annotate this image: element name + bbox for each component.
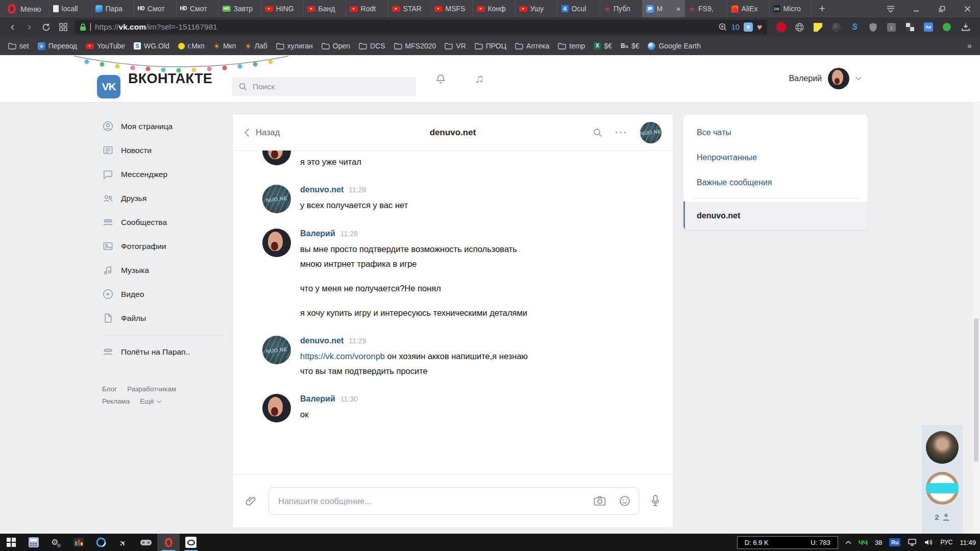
bookmark[interactable]: хулиган: [276, 42, 313, 50]
tab[interactable]: Ушу: [515, 0, 557, 17]
tab[interactable]: Конф: [473, 0, 515, 17]
bookmark[interactable]: г.Мкп: [178, 42, 205, 50]
bookmarks-overflow-button[interactable]: »: [967, 41, 972, 51]
taskbar-settings-gears-button[interactable]: ⚙⚙: [45, 534, 67, 551]
bookmark[interactable]: Аптека: [515, 42, 549, 50]
chat-more-icon[interactable]: ···: [615, 127, 628, 138]
sidebar-item-8[interactable]: Видео: [102, 282, 222, 306]
bookmark[interactable]: ☀Лаб: [244, 42, 267, 50]
network-icon[interactable]: [908, 538, 917, 546]
taskbar-start-button[interactable]: [0, 534, 22, 551]
minimize-button[interactable]: [903, 0, 929, 17]
bookmark[interactable]: Google Earth: [648, 42, 701, 50]
bookmark[interactable]: ☀Мкп: [213, 42, 236, 50]
chat-filter-link[interactable]: Непрочитанные: [683, 145, 868, 170]
overlay-avatar-2[interactable]: [926, 472, 959, 505]
message-link[interactable]: https://vk.com/voronpb: [300, 352, 385, 361]
maximize-button[interactable]: [929, 0, 954, 17]
tab[interactable]: MSFS: [430, 0, 473, 17]
zoom-page-icon[interactable]: [718, 22, 727, 32]
extension-adblock-plus[interactable]: [775, 21, 787, 33]
message-avatar[interactable]: [262, 229, 291, 257]
message-author[interactable]: denuvo.net: [300, 336, 344, 345]
tab[interactable]: HDЗавтр: [218, 0, 261, 17]
account-menu[interactable]: Валерий: [789, 55, 862, 102]
sidebar-item-2[interactable]: Новости: [102, 138, 222, 162]
downloads-button[interactable]: [955, 22, 976, 32]
extension-dark-disc[interactable]: [830, 21, 842, 33]
sidebar-item-7[interactable]: Музыка: [102, 258, 222, 282]
bookmark[interactable]: MFS2020: [394, 42, 436, 50]
footer-link[interactable]: Ещё: [140, 395, 162, 408]
extension-checkerboard[interactable]: [904, 21, 916, 33]
message-avatar[interactable]: NUO.NE: [262, 185, 291, 213]
sidebar-item-3[interactable]: Мессенджер: [102, 162, 222, 186]
bookmark[interactable]: set: [8, 42, 29, 50]
bookmark[interactable]: SWG.Old: [134, 42, 169, 50]
sidebar-item-9[interactable]: Файлы: [102, 306, 222, 330]
taskbar-camera-app-button[interactable]: [180, 534, 202, 551]
tab[interactable]: Банд: [303, 0, 346, 17]
sidebar-item-10[interactable]: Полёты на Парап..: [102, 340, 222, 364]
tab[interactable]: Rodt: [346, 0, 388, 17]
reload-button[interactable]: [38, 19, 55, 35]
extension-globe[interactable]: [794, 21, 805, 33]
bookmark[interactable]: Open: [322, 42, 350, 50]
footer-link[interactable]: Реклама: [102, 395, 130, 408]
camera-icon[interactable]: [594, 496, 606, 506]
bookmark[interactable]: BG$€: [621, 42, 639, 50]
message-avatar[interactable]: [262, 394, 291, 422]
chat-list-item-active[interactable]: denuvo.net: [683, 202, 868, 230]
bookmark[interactable]: DCS: [359, 42, 385, 50]
bookmark[interactable]: temp: [558, 42, 585, 50]
message-author[interactable]: Валерий: [300, 229, 335, 238]
footer-link[interactable]: Блог: [102, 383, 117, 395]
chat-filter-link[interactable]: Все чаты: [683, 120, 868, 145]
footer-link[interactable]: Разработчикам: [127, 383, 176, 395]
extension-shield[interactable]: [867, 21, 879, 33]
chat-filter-link[interactable]: Важные сообщения: [683, 170, 868, 195]
back-to-chats-button[interactable]: Назад: [244, 128, 280, 137]
tab[interactable]: STAR: [388, 0, 430, 17]
overlay-avatar-1[interactable]: [926, 431, 959, 464]
tab[interactable]: HDСмот: [134, 0, 176, 17]
extension-green-dot[interactable]: [941, 21, 952, 33]
tab[interactable]: M×: [642, 0, 684, 17]
tab[interactable]: AliEx: [727, 0, 769, 17]
taskbar-jet-button[interactable]: ✈: [112, 534, 135, 551]
smiley-icon[interactable]: [619, 495, 630, 507]
bookmark[interactable]: ПРОЦ: [475, 42, 506, 50]
taskbar-gamepad-button[interactable]: [135, 534, 157, 551]
tray-app-label[interactable]: ЧЧ: [859, 539, 868, 546]
extension-down-arrow[interactable]: ↓: [886, 21, 897, 33]
browser-menu-button[interactable]: Меню: [0, 0, 49, 17]
tray-value[interactable]: 38: [875, 539, 882, 546]
message-avatar[interactable]: [262, 151, 291, 165]
music-icon[interactable]: ♫: [475, 55, 484, 102]
blocked-count-badge[interactable]: 10: [731, 23, 740, 31]
taskbar-opera-app-button[interactable]: [157, 534, 180, 551]
extension-s-logo[interactable]: S: [849, 21, 861, 33]
tab[interactable]: 4Ocul: [557, 0, 600, 17]
sidebar-item-1[interactable]: Моя страница: [102, 114, 222, 138]
sidebar-item-6[interactable]: Фотографии: [102, 234, 222, 258]
extension-sticky-notes[interactable]: [812, 21, 824, 33]
tab[interactable]: ★Публ: [600, 0, 642, 17]
close-window-button[interactable]: [954, 0, 980, 17]
vk-wordmark[interactable]: ВКОНТАКТЕ: [128, 55, 212, 102]
extension-page-translator[interactable]: Aя: [922, 21, 934, 33]
chat-peer-avatar[interactable]: NUO.NE: [640, 122, 662, 143]
bookmark-heart-icon[interactable]: ♥: [757, 23, 762, 32]
chat-search-icon[interactable]: [593, 128, 603, 138]
tab[interactable]: DNMicro: [769, 0, 812, 17]
sidebar-item-4[interactable]: Друзья: [102, 186, 222, 210]
back-button[interactable]: ‹: [4, 19, 21, 35]
tab[interactable]: locall: [49, 0, 91, 17]
message-input[interactable]: Напишите сообщение...: [268, 487, 639, 515]
tab[interactable]: HING: [261, 0, 303, 17]
forward-button[interactable]: ›: [21, 19, 38, 35]
clock[interactable]: 11:49: [960, 539, 976, 546]
message-avatar[interactable]: NUO.NE: [262, 336, 291, 364]
hidden-icons-chevron[interactable]: [845, 540, 851, 544]
address-bar[interactable]: https://vk.com/im?sel=-151167981 10 ✕ ♥: [75, 20, 767, 34]
